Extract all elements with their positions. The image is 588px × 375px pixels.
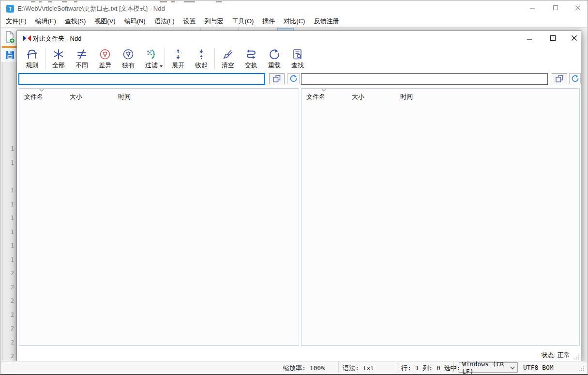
statusbar-separator (338, 361, 339, 373)
screen-artifact (74, 1, 77, 2)
line-number: 2 (6, 284, 14, 291)
right-folder-path-input[interactable] (301, 73, 548, 85)
close-icon (575, 5, 581, 11)
new-file-icon[interactable] (4, 31, 16, 44)
toolbar-button-label: 查找 (291, 61, 304, 70)
left-file-list[interactable] (19, 102, 299, 345)
screen-artifact (48, 1, 52, 2)
refresh-icon (571, 75, 579, 83)
menu-item[interactable]: 编码(N) (120, 16, 150, 27)
collapse-icon (195, 48, 208, 61)
show-different-button[interactable]: 不同 (70, 47, 93, 70)
line-number: 1 (6, 187, 14, 194)
menu-item[interactable]: 视图(V) (90, 16, 120, 27)
menu-item[interactable]: 列与宏 (200, 16, 228, 27)
line-number: 1 (6, 145, 14, 152)
line-number: 2 (6, 325, 14, 332)
find-button[interactable]: 查找 (286, 47, 309, 70)
left-panel-header: 文件名 大小 时间 (19, 90, 299, 101)
rules-button[interactable]: 规则 (20, 47, 44, 70)
right-browse-folder-button[interactable] (552, 73, 567, 84)
column-header-filename[interactable]: 文件名 (24, 93, 43, 101)
zoom-level: 缩放率: 100% (283, 364, 325, 373)
diff-bulb-icon (99, 48, 111, 61)
toolbar-button-label: 过滤 (145, 61, 158, 70)
line-ending-select[interactable]: Windows (CR LF) (459, 362, 518, 373)
dialog-titlebar: 对比文件夹 - Ndd (17, 31, 581, 45)
line-number: 2 (6, 312, 14, 318)
column-header-filename[interactable]: 文件名 (306, 93, 325, 101)
find-doc-icon (291, 48, 304, 61)
window-resize-grip[interactable] (579, 366, 584, 371)
main-window-title: E:\Web\ArticleSoftware\更新日志.txt [文本模式] -… (17, 4, 165, 13)
rule-icon (26, 48, 38, 61)
refresh-icon (289, 75, 298, 83)
toolbar-button-label: 不同 (75, 61, 88, 70)
toolbar-button-label: 交换 (245, 61, 257, 70)
menu-item[interactable]: 文件(F) (1, 16, 31, 27)
column-header-time[interactable]: 时间 (118, 93, 131, 101)
menu-item[interactable]: 反馈注册 (309, 16, 343, 27)
menu-item[interactable]: 工具(O) (228, 16, 258, 27)
left-browse-folder-button[interactable] (269, 73, 285, 84)
chevron-down-icon (510, 366, 515, 370)
right-panel-header: 文件名 大小 时间 (302, 90, 579, 101)
statusbar-separator (397, 361, 397, 373)
menu-item[interactable]: 语法(L) (150, 16, 179, 27)
menu-item[interactable]: 插件 (258, 16, 279, 27)
main-minimize-button[interactable] (523, 0, 542, 15)
screen-artifact (62, 1, 67, 2)
menu-item[interactable]: 设置 (179, 16, 200, 27)
screen-artifact (39, 1, 42, 2)
clear-button[interactable]: 清空 (216, 47, 240, 70)
menu-item[interactable]: 对比(C) (279, 16, 309, 27)
line-number: 1 (6, 242, 14, 249)
dialog-title: 对比文件夹 - Ndd (33, 34, 81, 43)
sort-chevron-icon (321, 88, 327, 92)
right-refresh-button[interactable] (569, 73, 581, 84)
dialog-toolbar: 规则 全部 (17, 45, 581, 72)
main-status-bar: 缩放率: 100% 语法: txt 行: 1 列: 0 选中: 0 Window… (1, 361, 587, 373)
dialog-status-text: 状态: 正常 (542, 351, 570, 359)
toolbar-button-label: 清空 (222, 61, 234, 70)
menu-item[interactable]: 编辑(E) (31, 16, 60, 27)
left-folder-path-input[interactable] (18, 73, 265, 85)
main-toolbar-fragment (1, 29, 16, 46)
column-header-size[interactable]: 大小 (352, 93, 364, 101)
close-icon (571, 35, 577, 41)
column-header-size[interactable]: 大小 (70, 93, 82, 101)
main-titlebar: T E:\Web\ArticleSoftware\更新日志.txt [文本模式]… (1, 2, 587, 15)
show-unique-button[interactable]: 独有 (117, 47, 140, 70)
left-refresh-button[interactable] (287, 73, 300, 84)
dialog-minimize-button[interactable] (519, 31, 540, 45)
line-number: 2 (6, 270, 14, 277)
expand-button[interactable]: 展开 (166, 47, 190, 70)
toolbar-separator (214, 48, 215, 69)
line-number: 1 (6, 256, 14, 263)
main-close-button[interactable] (568, 0, 588, 15)
line-number: 1 (6, 201, 14, 208)
right-file-panel: 文件名 大小 时间 (301, 88, 580, 346)
reload-button[interactable]: 重载 (263, 47, 286, 70)
main-toolbar-sliver (1, 27, 587, 31)
unique-bulb-icon (122, 48, 135, 61)
dialog-close-button[interactable] (564, 31, 584, 45)
maximize-icon (553, 5, 558, 11)
dialog-resize-grip[interactable] (574, 355, 579, 359)
collapse-button[interactable]: 收起 (190, 47, 213, 70)
main-maximize-button[interactable] (546, 0, 565, 15)
right-file-list[interactable] (302, 102, 579, 345)
swap-button[interactable]: 交换 (240, 47, 263, 70)
tab-bar-fragment[interactable] (1, 48, 16, 62)
menu-item[interactable]: 查找(S) (60, 16, 90, 27)
show-all-button[interactable]: 全部 (47, 47, 70, 70)
dialog-status-bar: 状态: 正常 (17, 348, 581, 361)
line-number: 2 (6, 339, 14, 346)
column-header-time[interactable]: 时间 (400, 93, 413, 101)
filter-dropdown-caret-icon[interactable] (160, 65, 163, 67)
menu-bar: 文件(F)编辑(E)查找(S)视图(V)编码(N)语法(L)设置列与宏工具(O)… (1, 15, 587, 27)
filter-button[interactable]: 过滤 (140, 47, 163, 70)
dialog-maximize-button[interactable] (543, 31, 563, 45)
toolbar-separator (45, 48, 45, 69)
show-diff-button[interactable]: 差异 (93, 47, 117, 70)
